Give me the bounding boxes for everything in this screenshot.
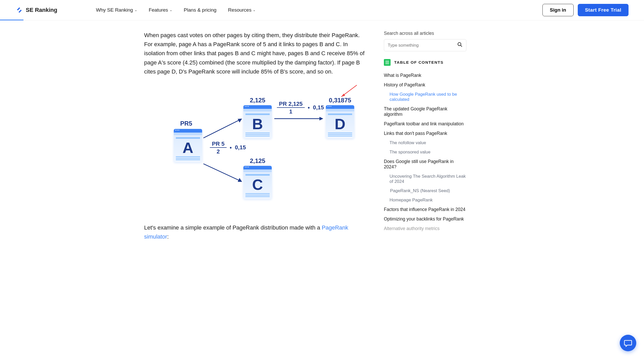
- toc-item-alternative-metrics[interactable]: Alternative authority metrics: [384, 225, 466, 233]
- chevron-down-icon: ⌄: [135, 8, 137, 12]
- arrow-a-to-b: [202, 117, 243, 141]
- diagram-node-a: PR5 A: [174, 129, 202, 162]
- toc-item-homepage-pr[interactable]: Homepage PageRank: [384, 196, 466, 204]
- toc-item-how-calculated[interactable]: How Google PageRank used to be calculate…: [384, 91, 466, 103]
- toc-item-what-is[interactable]: What is PageRank: [384, 71, 466, 79]
- toc-item-updated-algorithm[interactable]: The updated Google PageRank algorithm: [384, 105, 466, 118]
- svg-line-9: [461, 45, 462, 47]
- sidebar: Search across all articles TABLE OF CONT…: [384, 31, 466, 241]
- toc-list: What is PageRank History of PageRank How…: [384, 71, 466, 233]
- nav-resources[interactable]: Resources⌄: [228, 7, 256, 13]
- diagram-node-c: 2,125 C: [243, 157, 272, 199]
- article-paragraph: When pages cast votes on other pages by …: [144, 31, 368, 76]
- search-icon[interactable]: [457, 42, 463, 48]
- search-label: Search across all articles: [384, 31, 466, 36]
- svg-point-8: [458, 43, 461, 46]
- toc-item-optimizing-backlinks[interactable]: Optimizing your backlinks for PageRank: [384, 215, 466, 223]
- svg-marker-7: [319, 117, 323, 120]
- main-header: SE Ranking Why SE Ranking⌄ Features⌄ Pla…: [0, 0, 644, 20]
- brand-name: SE Ranking: [26, 7, 57, 13]
- pagerank-diagram: PR5 A 2,125: [144, 84, 368, 213]
- search-box[interactable]: [384, 39, 466, 51]
- formula-a-to-bc: PR 52 • 0,15: [210, 141, 246, 155]
- main-nav: Why SE Ranking⌄ Features⌄ Plans & pricin…: [96, 7, 255, 13]
- arrow-b-to-d: [273, 116, 325, 121]
- toc-item-factors-2024[interactable]: Factors that influence PageRank in 2024: [384, 206, 466, 214]
- toc-list-icon: [384, 59, 391, 66]
- toc-item-pagerank-ns[interactable]: PageRank_NS (Nearest Seed): [384, 187, 466, 195]
- toc-item-nofollow[interactable]: The nofollow value: [384, 139, 466, 147]
- diagram-node-b: 2,125 B: [243, 97, 272, 138]
- nav-plans[interactable]: Plans & pricing: [184, 7, 217, 13]
- start-trial-button[interactable]: Start Free Trial: [578, 4, 629, 16]
- article-content: When pages cast votes on other pages by …: [144, 31, 368, 241]
- chevron-down-icon: ⌄: [253, 8, 255, 12]
- toc-item-history[interactable]: History of PageRank: [384, 81, 466, 89]
- toc-item-links-dont-pass[interactable]: Links that don't pass PageRank: [384, 129, 466, 137]
- toc-header: TABLE OF CONTENTS: [384, 59, 466, 66]
- svg-line-2: [203, 120, 240, 138]
- arrow-a-to-c: [202, 161, 243, 184]
- header-actions: Sign in Start Free Trial: [542, 4, 629, 16]
- nav-features[interactable]: Features⌄: [149, 7, 172, 13]
- toc-item-toolbar[interactable]: PageRank toolbar and link manipulation: [384, 120, 466, 128]
- reading-progress-bar: [0, 20, 23, 20]
- article-paragraph-2: Let's examine a simple example of PageRa…: [144, 223, 368, 241]
- brand-logo[interactable]: SE Ranking: [15, 6, 57, 14]
- signin-button[interactable]: Sign in: [542, 4, 574, 16]
- toc-item-sponsored[interactable]: The sponsored value: [384, 148, 466, 156]
- toc-title: TABLE OF CONTENTS: [394, 60, 443, 65]
- chevron-down-icon: ⌄: [170, 8, 172, 12]
- logo-icon: [15, 6, 23, 14]
- toc-item-still-use-2024[interactable]: Does Google still use PageRank in 2024?: [384, 158, 466, 171]
- nav-why[interactable]: Why SE Ranking⌄: [96, 7, 137, 13]
- formula-b-to-d: PR 2,1251 • 0,15: [277, 101, 324, 115]
- diagram-node-d: 0,31875 D: [326, 97, 354, 138]
- toc-item-algorithm-leak[interactable]: Uncovering The Search Algorithm Leak of …: [384, 173, 466, 185]
- svg-line-4: [203, 164, 240, 181]
- search-input[interactable]: [388, 43, 457, 48]
